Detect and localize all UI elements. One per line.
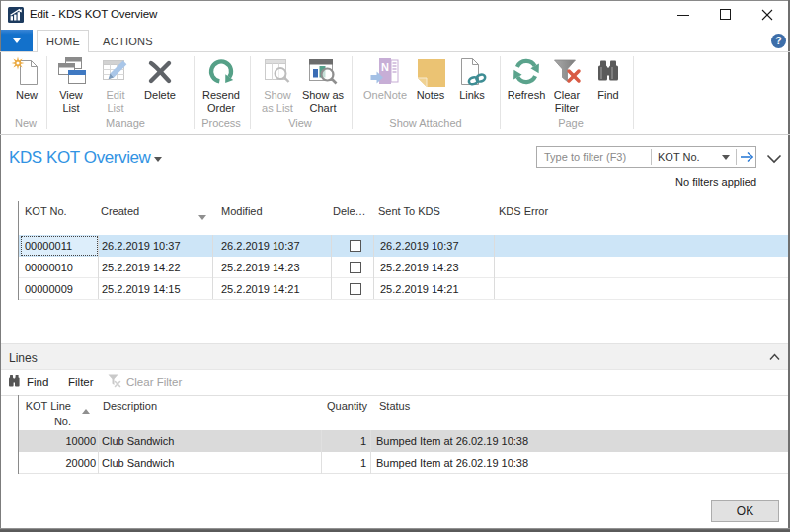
svg-text:N: N	[381, 61, 389, 73]
svg-text:?: ?	[775, 35, 781, 46]
